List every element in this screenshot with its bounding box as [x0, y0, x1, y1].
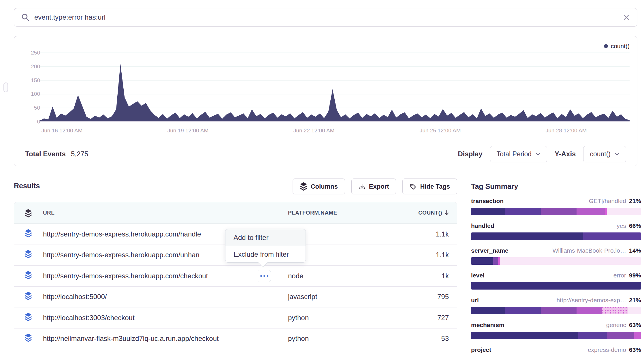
tag-percent: 63% — [629, 346, 641, 353]
table-row[interactable]: http://sentry-demos-express.herokuapp.co… — [14, 266, 457, 287]
url-cell[interactable]: http://sentry-demos-express.herokuapp.co… — [43, 272, 208, 280]
results-table: URL PLATFORM.NAME COUNT() http://sentry-… — [14, 202, 457, 353]
tag-name: server_name — [471, 247, 509, 254]
url-cell[interactable]: http://localhost:5000/ — [43, 293, 107, 301]
project-stack-icon — [25, 292, 32, 302]
bar-segment — [471, 257, 493, 265]
tag-name: level — [471, 272, 485, 279]
platform-cell[interactable]: python — [288, 314, 309, 322]
y-axis-dropdown[interactable]: count() — [583, 146, 626, 162]
search-bar[interactable]: event.type:error has:url — [14, 8, 637, 27]
tag-summary-item: handledyes66% — [471, 222, 641, 247]
button-label: Columns — [311, 183, 338, 190]
url-cell[interactable]: http://sentry-demos-express.herokuapp.co… — [43, 251, 199, 259]
hide-tags-button[interactable]: Hide Tags — [402, 179, 457, 194]
tag-distribution-bar[interactable] — [471, 208, 641, 215]
tag-icon — [410, 183, 417, 190]
tag-percent: 99% — [629, 272, 641, 279]
tag-distribution-bar[interactable] — [471, 282, 641, 290]
total-events-value: 5,275 — [71, 150, 88, 158]
bar-segment — [577, 208, 605, 215]
bar-segment — [541, 208, 577, 215]
x-axis-tick: Jun 22 12:00 AM — [279, 127, 349, 134]
tag-top-value: yes — [617, 222, 626, 230]
platform-cell[interactable]: node — [288, 272, 303, 280]
tag-percent: 21% — [629, 296, 641, 304]
url-cell[interactable]: http://localhost:3003/checkout — [43, 314, 135, 322]
bar-segment — [471, 282, 641, 290]
count-cell[interactable]: 1.1k — [436, 230, 449, 238]
tag-name: project — [471, 346, 491, 353]
tag-name: url — [471, 296, 479, 304]
chevron-down-icon — [615, 153, 619, 156]
tag-value-wrap: generic63% — [606, 321, 641, 329]
bar-segment — [634, 332, 641, 339]
url-cell[interactable]: http://neilmanvar-flask-m3uuizd7iq-uc.a.… — [43, 335, 219, 343]
display-dropdown[interactable]: Total Period — [490, 146, 547, 162]
tag-distribution-bar[interactable] — [471, 307, 641, 314]
project-stack-icon — [25, 334, 32, 344]
count-cell[interactable]: 1.1k — [436, 251, 449, 259]
project-stack-icon — [25, 271, 32, 281]
events-chart-card: count() 250200150100500 Jun 16 12:00 AMJ… — [14, 36, 637, 166]
tag-head: levelerror99% — [471, 272, 641, 279]
add-to-filter-menu-item[interactable]: Add to filter — [225, 229, 306, 246]
y-axis-tick: 150 — [20, 77, 40, 84]
clear-search-icon[interactable] — [623, 14, 630, 21]
table-row[interactable]: http://neilmanvar-flask-m3uuizd7iq-uc.a.… — [14, 328, 457, 350]
tag-summary-item: urlhttp://sentry-demos-exp…21% — [471, 296, 641, 321]
tag-head: server_nameWilliams-MacBook-Pro.lo…14% — [471, 247, 641, 254]
y-axis-tick: 200 — [20, 63, 40, 70]
column-header-platform[interactable]: PLATFORM.NAME — [288, 210, 337, 216]
count-cell[interactable]: 727 — [437, 314, 449, 322]
y-axis-label: Y-Axis — [555, 150, 576, 158]
bar-segment — [607, 332, 634, 339]
total-events-label: Total Events — [25, 150, 66, 158]
count-cell[interactable]: 795 — [437, 293, 449, 301]
cell-actions-menu: Add to filterExclude from filter — [225, 229, 306, 263]
exclude-from-filter-menu-item[interactable]: Exclude from filter — [225, 246, 306, 262]
count-cell[interactable]: 1k — [442, 272, 449, 280]
count-cell[interactable]: 53 — [441, 335, 449, 343]
tag-head: urlhttp://sentry-demos-exp…21% — [471, 296, 641, 304]
chart-footer: Total Events 5,275 Display Total Period … — [14, 142, 637, 166]
y-axis-tick: 100 — [20, 91, 40, 97]
x-axis-tick: Jun 28 12:00 AM — [532, 127, 601, 134]
row-actions-button[interactable] — [258, 270, 271, 282]
search-input[interactable]: event.type:error has:url — [34, 13, 618, 21]
url-cell[interactable]: http://sentry-demos-express.herokuapp.co… — [43, 230, 201, 238]
table-header-row: URL PLATFORM.NAME COUNT() — [14, 202, 457, 224]
bar-segment — [471, 332, 578, 339]
bar-segment — [505, 208, 541, 215]
column-header-url[interactable]: URL — [43, 210, 54, 216]
button-label: Export — [369, 183, 389, 190]
sidebar-collapse-handle[interactable] — [3, 82, 8, 92]
tag-value-wrap: express-demo63% — [588, 346, 641, 353]
chevron-down-icon — [536, 153, 541, 156]
export-button[interactable]: Export — [351, 179, 396, 194]
tag-percent: 66% — [629, 222, 641, 230]
tag-distribution-bar[interactable] — [471, 332, 641, 339]
search-icon — [21, 13, 30, 22]
bar-segment — [471, 232, 583, 240]
table-row[interactable]: http://localhost:3003/checkoutpython727 — [14, 307, 457, 328]
platform-cell[interactable]: javascript — [288, 293, 317, 301]
x-axis-tick: Jun 19 12:00 AM — [153, 127, 223, 134]
tag-value-wrap: yes66% — [617, 222, 641, 230]
platform-cell[interactable]: python — [288, 335, 309, 343]
table-row[interactable]: http://localhost:5000/javascript795 — [14, 287, 457, 308]
tag-distribution-bar[interactable] — [471, 257, 641, 265]
tag-top-value: http://sentry-demos-exp… — [556, 296, 626, 304]
stack-icon — [25, 229, 32, 237]
bar-segment — [500, 257, 641, 265]
column-header-count[interactable]: COUNT() — [418, 210, 449, 216]
tag-distribution-bar[interactable] — [471, 232, 641, 240]
tag-name: handled — [471, 222, 494, 230]
bar-segment — [607, 208, 641, 215]
stack-icon — [300, 182, 307, 191]
columns-button[interactable]: Columns — [293, 179, 345, 194]
tag-value-wrap: GET|/handled21% — [589, 197, 641, 205]
tag-value-wrap: error99% — [613, 272, 641, 279]
stack-icon — [25, 313, 32, 321]
tag-summary-item: transactionGET|/handled21% — [471, 197, 641, 222]
